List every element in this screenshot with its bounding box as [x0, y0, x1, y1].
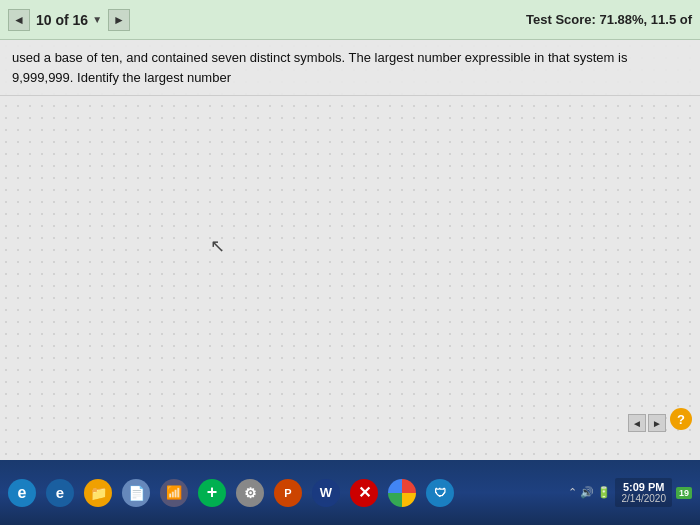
taskbar-gear-button[interactable]: ⚙ — [232, 469, 268, 517]
taskbar-chrome-button[interactable] — [384, 469, 420, 517]
tray-battery-icon: 🔋 — [597, 486, 611, 499]
top-navigation-bar: ◄ 10 of 16 ▼ ► Test Score: 71.88%, 11.5 … — [0, 0, 700, 40]
mouse-cursor: ↖ — [210, 235, 225, 257]
x-icon: ✕ — [350, 479, 378, 507]
clock-area[interactable]: 5:09 PM 2/14/2020 — [615, 478, 672, 507]
score-label: Test Score: — [526, 12, 596, 27]
taskbar-close-button[interactable]: ✕ — [346, 469, 382, 517]
folder-icon: 📁 — [84, 479, 112, 507]
taskbar-word-button[interactable]: W — [308, 469, 344, 517]
taskbar-shield-button[interactable]: 🛡 — [422, 469, 458, 517]
help-button[interactable]: ? — [670, 408, 692, 430]
plus-icon: + — [198, 479, 226, 507]
taskbar-powerpoint-button[interactable]: P — [270, 469, 306, 517]
taskbar-plus-button[interactable]: + — [194, 469, 230, 517]
clock-date: 2/14/2020 — [621, 493, 666, 504]
notification-badge[interactable]: 19 — [676, 487, 692, 499]
tray-icons-group: ⌃ 🔊 🔋 — [568, 486, 611, 499]
windows-taskbar: e e 📁 📄 📶 + ⚙ P W ✕ — [0, 460, 700, 525]
prev-arrow-icon: ◄ — [13, 13, 25, 27]
score-value: 71.88%, 11.5 of — [600, 12, 693, 27]
powerpoint-icon: P — [274, 479, 302, 507]
test-score-display: Test Score: 71.88%, 11.5 of — [526, 12, 692, 27]
next-arrow-icon: ► — [113, 13, 125, 27]
ie-icon: e — [8, 479, 36, 507]
page-dropdown-icon[interactable]: ▼ — [92, 14, 102, 25]
edge-icon: e — [46, 479, 74, 507]
taskbar-edge-button[interactable]: e — [42, 469, 78, 517]
taskbar-files-button[interactable]: 📄 — [118, 469, 154, 517]
taskbar-app-icons: e e 📁 📄 📶 + ⚙ P W ✕ — [4, 469, 568, 517]
gear-icon: ⚙ — [236, 479, 264, 507]
content-next-arrow[interactable]: ► — [648, 414, 666, 432]
nav-left-section: ◄ 10 of 16 ▼ ► — [8, 9, 130, 31]
word-icon: W — [312, 479, 340, 507]
content-nav-arrows: ◄ ► — [628, 414, 666, 432]
files-icon: 📄 — [122, 479, 150, 507]
next-question-button[interactable]: ► — [108, 9, 130, 31]
system-tray: ⌃ 🔊 🔋 5:09 PM 2/14/2020 19 — [568, 478, 696, 507]
page-label: 10 of 16 — [36, 12, 88, 28]
taskbar-wifi-button[interactable]: 📶 — [156, 469, 192, 517]
taskbar-ie-button[interactable]: e — [4, 469, 40, 517]
wifi-icon: 📶 — [160, 479, 188, 507]
shield-icon: 🛡 — [426, 479, 454, 507]
tray-sound-icon: 🔊 — [580, 486, 594, 499]
chrome-icon — [388, 479, 416, 507]
clock-time: 5:09 PM — [621, 481, 666, 493]
question-text: used a base of ten, and contained seven … — [0, 40, 700, 96]
taskbar-explorer-button[interactable]: 📁 — [80, 469, 116, 517]
content-prev-arrow[interactable]: ◄ — [628, 414, 646, 432]
main-content-area: used a base of ten, and contained seven … — [0, 40, 700, 460]
tray-network-icon: ⌃ — [568, 486, 577, 499]
prev-question-button[interactable]: ◄ — [8, 9, 30, 31]
page-indicator: 10 of 16 ▼ — [36, 12, 102, 28]
